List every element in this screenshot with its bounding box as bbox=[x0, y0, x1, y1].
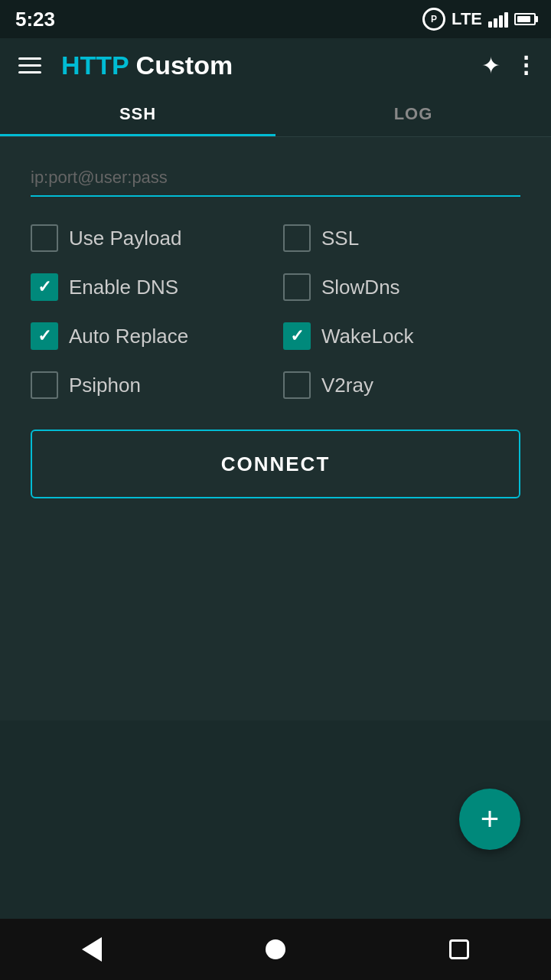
status-icons: P LTE bbox=[422, 8, 536, 31]
nav-bar bbox=[0, 919, 551, 980]
ssh-input-container bbox=[31, 160, 520, 197]
label-ssl: SSL bbox=[321, 227, 359, 250]
star-icon[interactable]: ✦ bbox=[481, 52, 500, 79]
label-wakelock: WakeLock bbox=[321, 325, 413, 348]
app-title: HTTP Custom bbox=[61, 51, 466, 80]
checkbox-use-payload[interactable] bbox=[31, 224, 58, 252]
checkbox-v2ray[interactable] bbox=[283, 371, 311, 399]
label-auto-replace: Auto Replace bbox=[69, 325, 188, 348]
hamburger-line bbox=[18, 64, 41, 67]
option-ssl[interactable]: SSL bbox=[283, 224, 520, 252]
menu-button[interactable] bbox=[14, 53, 46, 78]
tab-bar: SSH LOG bbox=[0, 92, 551, 137]
status-bar: 5:23 P LTE bbox=[0, 0, 551, 38]
checkbox-auto-replace[interactable]: ✓ bbox=[31, 322, 58, 350]
checkmark-icon: ✓ bbox=[37, 279, 51, 296]
signal-icon bbox=[488, 11, 508, 28]
notification-icon: P bbox=[422, 8, 445, 31]
checkbox-enable-dns[interactable]: ✓ bbox=[31, 273, 58, 301]
nav-back-button[interactable] bbox=[73, 930, 111, 969]
lte-indicator: LTE bbox=[452, 9, 482, 29]
option-psiphon[interactable]: Psiphon bbox=[31, 371, 268, 399]
option-v2ray[interactable]: V2ray bbox=[283, 371, 520, 399]
hamburger-line bbox=[18, 57, 41, 60]
top-bar-actions: ✦ ⋮ bbox=[481, 52, 537, 79]
hamburger-line bbox=[18, 71, 41, 74]
nav-home-button[interactable] bbox=[256, 930, 295, 969]
top-app-bar: HTTP Custom ✦ ⋮ bbox=[0, 38, 551, 92]
label-psiphon: Psiphon bbox=[69, 374, 141, 397]
checkbox-slow-dns[interactable] bbox=[283, 273, 311, 301]
checkbox-wakelock[interactable]: ✓ bbox=[283, 322, 311, 350]
app-title-http: HTTP bbox=[61, 51, 129, 80]
option-wakelock[interactable]: ✓ WakeLock bbox=[283, 322, 520, 350]
ssh-input[interactable] bbox=[31, 160, 520, 197]
fab-button[interactable]: + bbox=[459, 789, 520, 850]
option-use-payload[interactable]: Use Payload bbox=[31, 224, 268, 252]
status-time: 5:23 bbox=[15, 8, 55, 31]
checkmark-icon: ✓ bbox=[290, 328, 304, 345]
checkbox-psiphon[interactable] bbox=[31, 371, 58, 399]
main-content: Use Payload SSL ✓ Enable DNS SlowDns ✓ A… bbox=[0, 137, 551, 720]
label-slow-dns: SlowDns bbox=[321, 276, 400, 299]
nav-recents-button[interactable] bbox=[440, 930, 478, 969]
back-icon bbox=[82, 937, 102, 962]
tab-ssh[interactable]: SSH bbox=[0, 92, 276, 136]
fab-area: + bbox=[0, 720, 551, 920]
label-use-payload: Use Payload bbox=[69, 227, 181, 250]
tab-log[interactable]: LOG bbox=[276, 92, 551, 136]
option-slow-dns[interactable]: SlowDns bbox=[283, 273, 520, 301]
connect-button[interactable]: CONNECT bbox=[31, 430, 520, 498]
option-enable-dns[interactable]: ✓ Enable DNS bbox=[31, 273, 268, 301]
home-icon bbox=[266, 939, 285, 959]
app-title-custom: Custom bbox=[129, 51, 233, 80]
fab-plus-icon: + bbox=[481, 803, 500, 835]
label-enable-dns: Enable DNS bbox=[69, 276, 178, 299]
checkbox-ssl[interactable] bbox=[283, 224, 311, 252]
recents-icon bbox=[449, 939, 469, 959]
checkmark-icon: ✓ bbox=[37, 328, 51, 345]
battery-icon bbox=[514, 13, 536, 25]
more-options-icon[interactable]: ⋮ bbox=[514, 54, 537, 77]
option-auto-replace[interactable]: ✓ Auto Replace bbox=[31, 322, 268, 350]
options-grid: Use Payload SSL ✓ Enable DNS SlowDns ✓ A… bbox=[31, 224, 520, 399]
label-v2ray: V2ray bbox=[321, 374, 373, 397]
